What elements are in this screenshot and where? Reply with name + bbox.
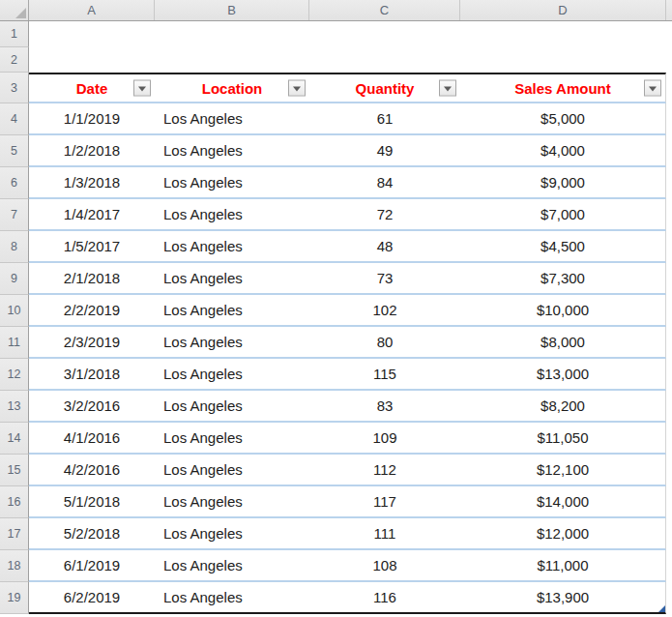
- sales-cell[interactable]: $13,000: [460, 359, 665, 389]
- date-cell[interactable]: 2/2/2019: [29, 295, 155, 325]
- location-cell[interactable]: Los Angeles: [155, 359, 309, 389]
- sales-cell[interactable]: $11,050: [460, 423, 665, 453]
- row-header[interactable]: 17: [0, 518, 29, 550]
- empty-cells-row-2[interactable]: [29, 47, 672, 73]
- row-header[interactable]: 5: [0, 135, 29, 167]
- quantity-cell[interactable]: 84: [309, 167, 460, 197]
- quantity-cell[interactable]: 112: [309, 455, 460, 485]
- column-header-d[interactable]: D: [460, 0, 666, 20]
- date-cell[interactable]: 2/3/2019: [29, 327, 155, 357]
- sales-cell[interactable]: $10,000: [460, 295, 665, 325]
- date-cell[interactable]: 1/3/2018: [29, 167, 155, 197]
- location-cell[interactable]: Los Angeles: [155, 518, 309, 548]
- header-label-quantity: Quantity: [356, 80, 415, 97]
- quantity-cell[interactable]: 72: [309, 199, 460, 229]
- date-cell[interactable]: 1/2/2018: [29, 135, 155, 165]
- filter-button-sales[interactable]: [644, 80, 661, 97]
- date-cell[interactable]: 3/1/2018: [29, 359, 155, 389]
- quantity-cell[interactable]: 73: [309, 263, 460, 293]
- quantity-cell[interactable]: 48: [309, 231, 460, 261]
- location-cell[interactable]: Los Angeles: [155, 391, 309, 421]
- sales-cell[interactable]: $11,000: [460, 550, 665, 580]
- sales-cell[interactable]: $13,900: [460, 582, 665, 612]
- quantity-cell[interactable]: 61: [309, 103, 460, 133]
- empty-cells-row-1[interactable]: [29, 21, 672, 47]
- sales-cell[interactable]: $8,000: [460, 327, 665, 357]
- column-header-c[interactable]: C: [309, 0, 460, 20]
- row-header[interactable]: 15: [0, 455, 29, 486]
- quantity-cell[interactable]: 102: [309, 295, 460, 325]
- filter-button-date[interactable]: [133, 80, 151, 97]
- quantity-cell[interactable]: 111: [309, 518, 460, 548]
- quantity-cell[interactable]: 80: [309, 327, 460, 357]
- location-cell[interactable]: Los Angeles: [155, 327, 309, 357]
- quantity-cell[interactable]: 108: [309, 550, 460, 580]
- sales-cell[interactable]: $12,100: [460, 455, 665, 485]
- header-cell-date[interactable]: Date: [29, 74, 155, 102]
- quantity-cell[interactable]: 83: [309, 391, 460, 421]
- sales-cell[interactable]: $9,000: [460, 167, 665, 197]
- row-header-2[interactable]: 2: [0, 47, 29, 73]
- location-cell[interactable]: Los Angeles: [155, 263, 309, 293]
- sales-cell[interactable]: $8,200: [460, 391, 665, 421]
- row-header[interactable]: 6: [0, 167, 29, 199]
- row-header[interactable]: 9: [0, 263, 29, 295]
- date-cell[interactable]: 5/2/2018: [29, 518, 155, 548]
- header-cell-quantity[interactable]: Quantity: [309, 74, 460, 102]
- date-cell[interactable]: 6/2/2019: [29, 582, 155, 612]
- date-cell[interactable]: 5/1/2018: [29, 486, 155, 516]
- date-cell[interactable]: 4/2/2016: [29, 455, 155, 485]
- date-cell[interactable]: 1/5/2017: [29, 231, 155, 261]
- location-cell[interactable]: Los Angeles: [155, 103, 309, 133]
- row-header[interactable]: 13: [0, 391, 29, 423]
- filter-button-location[interactable]: [288, 80, 306, 97]
- row-header[interactable]: 12: [0, 359, 29, 391]
- date-cell[interactable]: 1/4/2017: [29, 199, 155, 229]
- location-cell[interactable]: Los Angeles: [155, 550, 309, 580]
- sales-cell[interactable]: $4,500: [460, 231, 665, 261]
- quantity-cell[interactable]: 117: [309, 486, 460, 516]
- header-cell-sales[interactable]: Sales Amount: [460, 74, 665, 102]
- location-cell[interactable]: Los Angeles: [155, 231, 309, 261]
- date-cell[interactable]: 3/2/2016: [29, 391, 155, 421]
- quantity-cell[interactable]: 109: [309, 423, 460, 453]
- location-cell[interactable]: Los Angeles: [155, 167, 309, 197]
- sales-cell[interactable]: $7,300: [460, 263, 665, 293]
- row-header[interactable]: 11: [0, 327, 29, 359]
- row-header[interactable]: 10: [0, 295, 29, 327]
- location-cell[interactable]: Los Angeles: [155, 295, 309, 325]
- sales-cell[interactable]: $4,000: [460, 135, 665, 165]
- row-header[interactable]: 16: [0, 486, 29, 518]
- date-cell[interactable]: 4/1/2016: [29, 423, 155, 453]
- column-header-a[interactable]: A: [29, 0, 155, 20]
- date-cell[interactable]: 6/1/2019: [29, 550, 155, 580]
- sales-cell[interactable]: $14,000: [460, 486, 665, 516]
- row-header[interactable]: 18: [0, 550, 29, 582]
- location-cell[interactable]: Los Angeles: [155, 582, 309, 612]
- select-all-corner[interactable]: [0, 0, 29, 20]
- filter-button-quantity[interactable]: [439, 80, 456, 97]
- quantity-cell[interactable]: 115: [309, 359, 460, 389]
- row-header[interactable]: 7: [0, 199, 29, 231]
- date-cell[interactable]: 1/1/2019: [29, 103, 155, 133]
- row-header[interactable]: 8: [0, 231, 29, 263]
- sales-cell[interactable]: $5,000: [460, 103, 665, 133]
- row-header-1[interactable]: 1: [0, 21, 29, 47]
- sales-cell[interactable]: $12,000: [460, 518, 665, 548]
- date-cell[interactable]: 2/1/2018: [29, 263, 155, 293]
- header-cell-location[interactable]: Location: [155, 74, 309, 102]
- location-cell[interactable]: Los Angeles: [155, 455, 309, 485]
- row-header[interactable]: 19: [0, 582, 29, 614]
- sales-cell[interactable]: $7,000: [460, 199, 665, 229]
- row-header[interactable]: 14: [0, 423, 29, 455]
- quantity-cell[interactable]: 116: [309, 582, 460, 612]
- row-header[interactable]: 4: [0, 103, 29, 135]
- location-cell[interactable]: Los Angeles: [155, 486, 309, 516]
- column-header-b[interactable]: B: [155, 0, 309, 20]
- quantity-cell[interactable]: 49: [309, 135, 460, 165]
- location-cell[interactable]: Los Angeles: [155, 423, 309, 453]
- row-header-3[interactable]: 3: [0, 73, 29, 103]
- location-cell[interactable]: Los Angeles: [155, 199, 309, 229]
- location-cell[interactable]: Los Angeles: [155, 135, 309, 165]
- table-resize-handle-icon[interactable]: [658, 605, 665, 612]
